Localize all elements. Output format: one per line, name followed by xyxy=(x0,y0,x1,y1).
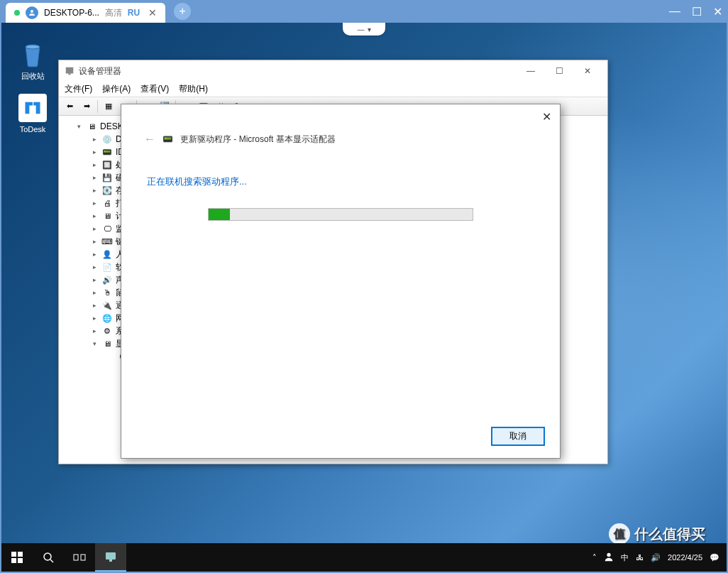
device-category-icon: 🖥 xyxy=(101,339,113,349)
menu-action[interactable]: 操作(A) xyxy=(102,83,131,95)
update-driver-dialog: ✕ ← 📟 更新驱动程序 - Microsoft 基本显示适配器 正在联机搜索驱… xyxy=(121,104,561,459)
device-category-icon: 🖵 xyxy=(101,224,113,234)
device-category-icon: 🔊 xyxy=(101,275,113,285)
chevron-icon[interactable]: ▸ xyxy=(90,212,99,219)
dialog-header: ← 📟 更新驱动程序 - Microsoft 基本显示适配器 xyxy=(144,133,537,146)
dialog-status-text: 正在联机搜索驱动程序... xyxy=(147,175,537,188)
svg-rect-11 xyxy=(81,555,85,560)
device-category-icon: 📄 xyxy=(101,262,113,272)
watermark: 值 什么值得买 xyxy=(609,523,705,545)
dialog-close-icon[interactable]: ✕ xyxy=(542,110,551,124)
device-category-icon: ⌨ xyxy=(101,236,113,246)
devmgr-titlebar[interactable]: 设备管理器 — ☐ ✕ xyxy=(59,60,607,82)
chevron-icon[interactable]: ▾ xyxy=(90,340,99,347)
tray-notifications-icon[interactable]: 💬 xyxy=(710,553,719,562)
recycle-bin-label: 回收站 xyxy=(11,71,54,82)
close-icon[interactable]: ✕ xyxy=(713,5,722,18)
quality-badge: 高清 xyxy=(105,7,122,19)
device-category-icon: 💿 xyxy=(101,134,113,144)
back-arrow-icon[interactable]: ← xyxy=(144,133,155,146)
recycle-bin-icon[interactable]: 回收站 xyxy=(11,40,54,82)
devmgr-maximize-icon[interactable]: ☐ xyxy=(545,61,573,81)
device-category-icon: 🖨 xyxy=(101,198,113,208)
chevron-down-icon[interactable]: ▾ xyxy=(75,123,83,130)
chevron-icon[interactable]: ▸ xyxy=(90,251,99,258)
cancel-button[interactable]: 取消 xyxy=(492,427,544,445)
devmgr-title-text: 设备管理器 xyxy=(79,65,121,77)
svg-rect-10 xyxy=(74,555,78,560)
taskbar-app-devmgr[interactable] xyxy=(95,543,126,572)
maximize-icon[interactable]: ☐ xyxy=(692,5,702,18)
chevron-icon[interactable]: ▸ xyxy=(90,161,99,168)
device-icon: 📟 xyxy=(162,134,173,144)
device-category-icon: 🔌 xyxy=(101,300,113,310)
taskview-icon[interactable] xyxy=(64,543,95,572)
svg-point-0 xyxy=(31,10,33,13)
tab-title: DESKTOP-6... xyxy=(44,8,99,18)
system-tray: ˄ 中 🖧 🔊 2022/4/25 💬 xyxy=(592,552,727,563)
tray-date[interactable]: 2022/4/25 xyxy=(668,553,702,562)
chevron-icon[interactable]: ▸ xyxy=(90,276,99,283)
devmgr-minimize-icon[interactable]: — xyxy=(517,61,545,81)
svg-rect-7 xyxy=(18,558,23,563)
chevron-icon[interactable]: ▸ xyxy=(90,136,99,143)
search-icon[interactable] xyxy=(33,543,64,572)
remote-session-tab[interactable]: DESKTOP-6... 高清 RU ✕ xyxy=(6,3,165,23)
chevron-icon[interactable]: ▸ xyxy=(90,315,99,322)
close-tab-icon[interactable]: ✕ xyxy=(148,7,157,18)
tray-people-icon[interactable] xyxy=(604,552,614,563)
menu-help[interactable]: 帮助(H) xyxy=(179,83,208,95)
dialog-title: 更新驱动程序 - Microsoft 基本显示适配器 xyxy=(180,133,336,146)
device-category-icon: 🔲 xyxy=(101,160,113,170)
chevron-icon[interactable]: ▸ xyxy=(90,148,99,155)
chevron-icon[interactable]: ▸ xyxy=(90,200,99,207)
taskbar: ˄ 中 🖧 🔊 2022/4/25 💬 xyxy=(1,543,727,572)
tray-chevron-icon[interactable]: ˄ xyxy=(592,553,597,562)
chevron-icon[interactable]: ▸ xyxy=(90,302,99,309)
tb-fwd-icon[interactable]: ➡ xyxy=(79,99,94,114)
tray-volume-icon[interactable]: 🔊 xyxy=(651,553,661,562)
lang-badge: RU xyxy=(128,8,140,18)
svg-rect-13 xyxy=(109,560,112,562)
chevron-icon[interactable]: ▸ xyxy=(90,174,99,181)
svg-rect-4 xyxy=(11,552,16,557)
chevron-icon[interactable]: ▸ xyxy=(90,289,99,296)
tb-back-icon[interactable]: ⬅ xyxy=(62,99,77,114)
todesk-label: ToDesk xyxy=(11,125,54,133)
remote-desktop: —▾ 回收站 ToDesk 设备管理器 — ☐ ✕ 文件(F) 操作(A) 查看… xyxy=(1,23,727,572)
pull-down-handle[interactable]: —▾ xyxy=(343,23,385,36)
svg-line-9 xyxy=(50,560,53,562)
svg-point-14 xyxy=(607,553,610,557)
svg-rect-5 xyxy=(18,552,23,557)
minimize-icon[interactable]: — xyxy=(669,5,680,18)
computer-icon: 🖥 xyxy=(86,121,97,131)
tray-network-icon[interactable]: 🖧 xyxy=(636,553,644,562)
chevron-icon[interactable]: ▸ xyxy=(90,225,99,232)
svg-rect-12 xyxy=(106,552,116,560)
new-tab-button[interactable]: + xyxy=(174,3,191,20)
start-button[interactable] xyxy=(1,543,33,572)
todesk-icon[interactable]: ToDesk xyxy=(11,94,54,133)
devmgr-menubar: 文件(F) 操作(A) 查看(V) 帮助(H) xyxy=(59,82,607,97)
device-category-icon: ⚙ xyxy=(101,326,113,336)
remote-window-controls: — ☐ ✕ xyxy=(669,5,722,18)
tray-ime[interactable]: 中 xyxy=(621,552,629,563)
chevron-icon[interactable]: ▸ xyxy=(90,238,99,245)
svg-rect-6 xyxy=(11,558,16,563)
avatar-icon xyxy=(26,6,38,19)
status-dot-icon xyxy=(14,10,20,16)
tb-view-icon[interactable]: ▦ xyxy=(101,99,116,114)
svg-rect-2 xyxy=(66,67,74,74)
svg-point-8 xyxy=(44,553,51,560)
chevron-icon[interactable]: ▸ xyxy=(90,327,99,334)
watermark-logo-icon: 值 xyxy=(609,523,630,545)
menu-view[interactable]: 查看(V) xyxy=(140,83,169,95)
menu-file[interactable]: 文件(F) xyxy=(65,83,92,95)
chevron-icon[interactable]: ▸ xyxy=(90,263,99,271)
chevron-icon[interactable]: ▸ xyxy=(90,187,99,194)
progress-bar xyxy=(208,208,473,221)
devmgr-close-icon[interactable]: ✕ xyxy=(573,61,602,81)
device-category-icon: 💽 xyxy=(101,185,113,195)
device-category-icon: 💾 xyxy=(101,173,113,182)
device-category-icon: 🖱 xyxy=(101,288,113,298)
